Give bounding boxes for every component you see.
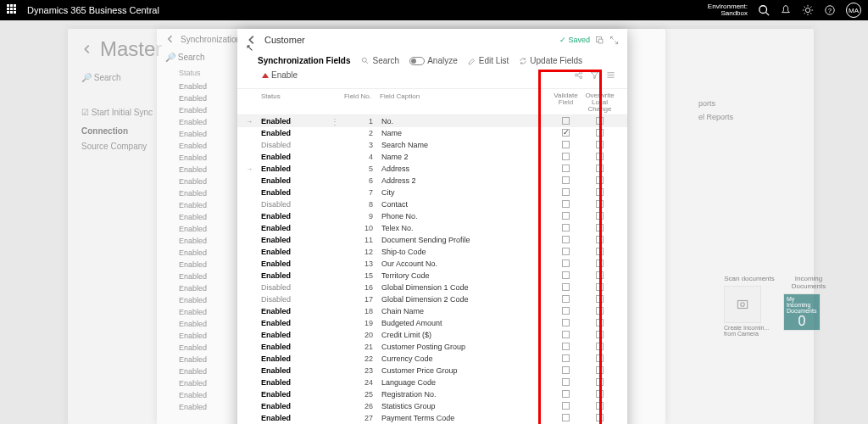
overwrite-checkbox[interactable] (581, 366, 619, 376)
table-row[interactable]: Disabled17Global Dimension 2 Code (237, 293, 627, 305)
validate-checkbox[interactable] (551, 378, 581, 388)
validate-checkbox[interactable] (551, 331, 581, 340)
table-row[interactable]: Disabled3Search Name (237, 139, 627, 151)
validate-checkbox[interactable] (551, 176, 581, 186)
validate-checkbox[interactable] (551, 188, 581, 198)
table-row[interactable]: Enabled18Chain Name (237, 305, 627, 317)
overwrite-checkbox[interactable] (581, 354, 619, 364)
validate-checkbox[interactable] (551, 200, 581, 209)
expand-icon[interactable] (609, 36, 619, 45)
table-row[interactable]: Enabled6Address 2 (237, 175, 627, 187)
overwrite-checkbox[interactable] (581, 200, 619, 209)
table-row[interactable]: Enabled12Ship-to Code (237, 246, 627, 258)
overwrite-checkbox[interactable] (581, 295, 619, 304)
update-fields-tool[interactable]: Update Fields (515, 54, 587, 67)
overwrite-checkbox[interactable] (581, 153, 619, 162)
app-launcher-icon[interactable] (7, 4, 19, 16)
overwrite-checkbox[interactable] (581, 271, 619, 281)
table-row[interactable]: Enabled23Customer Price Group (237, 365, 627, 377)
validate-checkbox[interactable] (551, 295, 581, 304)
table-row[interactable]: Enabled13Our Account No. (237, 258, 627, 270)
table-row[interactable]: Enabled26Statistics Group (237, 400, 627, 412)
enable-tool[interactable]: Enable (258, 69, 302, 81)
row-menu-icon[interactable]: ⋮ (331, 117, 339, 126)
gear-icon[interactable] (802, 4, 814, 16)
validate-checkbox[interactable] (551, 129, 581, 138)
validate-checkbox[interactable] (551, 414, 581, 423)
validate-checkbox[interactable] (551, 402, 581, 411)
table-row[interactable]: Disabled8Contact (237, 198, 627, 210)
table-row[interactable]: Enabled22Currency Code (237, 353, 627, 365)
validate-checkbox[interactable] (551, 236, 581, 245)
table-row[interactable]: Enabled25Registration No. (237, 388, 627, 400)
overwrite-checkbox[interactable] (581, 165, 619, 174)
validate-checkbox[interactable] (551, 224, 581, 233)
validate-checkbox[interactable] (551, 283, 581, 293)
validate-checkbox[interactable] (551, 117, 581, 126)
help-icon[interactable]: ? (824, 4, 836, 16)
validate-checkbox[interactable] (551, 165, 581, 174)
table-row[interactable]: →Enabled5Address (237, 163, 627, 175)
overwrite-checkbox[interactable] (581, 224, 619, 233)
validate-checkbox[interactable] (551, 354, 581, 364)
bell-icon[interactable] (780, 4, 792, 16)
share-icon[interactable] (595, 36, 604, 45)
table-row[interactable]: →Enabled⋮1No. (237, 115, 627, 127)
overwrite-checkbox[interactable] (581, 343, 619, 352)
overwrite-checkbox[interactable] (581, 319, 619, 328)
table-row[interactable]: Enabled10Telex No. (237, 222, 627, 234)
avatar[interactable]: MA (846, 3, 861, 18)
validate-checkbox[interactable] (551, 141, 581, 150)
overwrite-checkbox[interactable] (581, 117, 619, 126)
table-row[interactable]: Enabled15Territory Code (237, 270, 627, 282)
validate-checkbox[interactable] (551, 212, 581, 221)
overwrite-checkbox[interactable] (581, 402, 619, 411)
table-row[interactable]: Enabled2Name (237, 127, 627, 139)
table-body[interactable]: →Enabled⋮1No.Enabled2NameDisabled3Search… (237, 115, 627, 424)
validate-checkbox[interactable] (551, 343, 581, 352)
validate-checkbox[interactable] (551, 319, 581, 328)
table-row[interactable]: Enabled11Document Sending Profile (237, 234, 627, 246)
tile-scan[interactable]: Scan documents Create Incomin... from Ca… (724, 275, 775, 337)
table-row[interactable]: Enabled9Phone No. (237, 210, 627, 222)
table-row[interactable]: Enabled20Credit Limit ($) (237, 329, 627, 341)
edit-list-tool[interactable]: Edit List (464, 54, 514, 67)
overwrite-checkbox[interactable] (581, 248, 619, 257)
overwrite-checkbox[interactable] (581, 414, 619, 423)
validate-checkbox[interactable] (551, 248, 581, 257)
table-row[interactable]: Enabled21Customer Posting Group (237, 341, 627, 353)
back-button[interactable] (246, 34, 258, 46)
overwrite-checkbox[interactable] (581, 259, 619, 269)
table-row[interactable]: Enabled27Payment Terms Code (237, 412, 627, 424)
tab-sync-fields[interactable]: Synchronization Fields (258, 56, 350, 65)
overwrite-checkbox[interactable] (581, 331, 619, 340)
table-row[interactable]: Enabled7City (237, 187, 627, 198)
validate-checkbox[interactable] (551, 259, 581, 269)
analyze-tool[interactable]: Analyze (405, 54, 462, 67)
overwrite-checkbox[interactable] (581, 236, 619, 245)
overwrite-checkbox[interactable] (581, 188, 619, 198)
search-icon[interactable] (758, 4, 770, 16)
validate-checkbox[interactable] (551, 307, 581, 316)
tile-incoming[interactable]: Incoming Documents My Incoming Documents… (783, 275, 834, 337)
overwrite-checkbox[interactable] (581, 129, 619, 138)
search-tool[interactable]: Search (357, 54, 403, 67)
menu-icon[interactable] (606, 70, 615, 80)
share-mini-icon[interactable] (574, 70, 583, 80)
overwrite-checkbox[interactable] (581, 176, 619, 186)
validate-checkbox[interactable] (551, 390, 581, 399)
overwrite-checkbox[interactable] (581, 212, 619, 221)
table-row[interactable]: Disabled16Global Dimension 1 Code (237, 282, 627, 293)
validate-checkbox[interactable] (551, 366, 581, 376)
overwrite-checkbox[interactable] (581, 141, 619, 150)
table-row[interactable]: Enabled24Language Code (237, 377, 627, 388)
validate-checkbox[interactable] (551, 271, 581, 281)
table-row[interactable]: Enabled4Name 2 (237, 151, 627, 163)
overwrite-checkbox[interactable] (581, 307, 619, 316)
overwrite-checkbox[interactable] (581, 378, 619, 388)
filter-icon[interactable] (590, 70, 599, 80)
overwrite-checkbox[interactable] (581, 390, 619, 399)
table-row[interactable]: Enabled19Budgeted Amount (237, 317, 627, 329)
validate-checkbox[interactable] (551, 153, 581, 162)
overwrite-checkbox[interactable] (581, 283, 619, 293)
